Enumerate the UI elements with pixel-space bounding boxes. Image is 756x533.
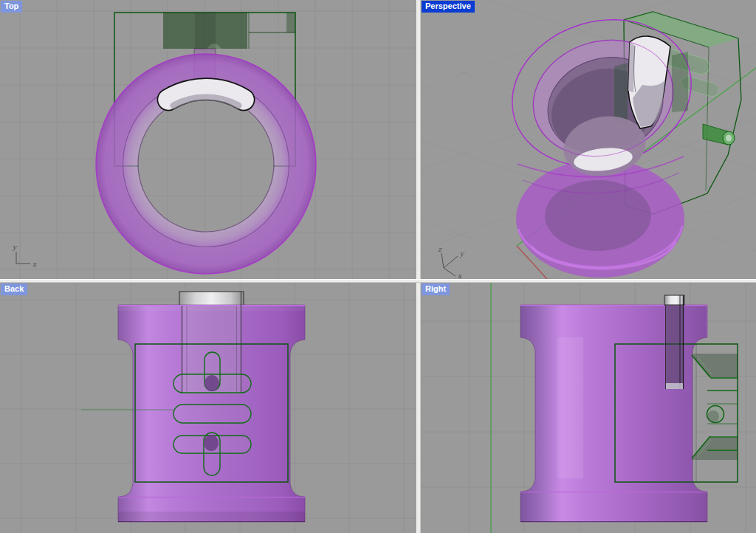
back-view-canvas (0, 283, 416, 533)
top-view-canvas: y x (0, 0, 416, 279)
viewport-splitter-horizontal[interactable] (0, 279, 756, 283)
svg-text:y: y (12, 244, 18, 251)
axis-gizmo: z y x (438, 246, 465, 279)
viewport-tab-top[interactable]: Top (1, 1, 22, 13)
viewport-tab-right[interactable]: Right (422, 283, 450, 295)
right-view-canvas (421, 283, 756, 533)
viewport-tab-back[interactable]: Back (1, 283, 27, 295)
svg-text:x: x (32, 261, 37, 268)
purple-spool[interactable] (495, 0, 709, 278)
axis-gizmo: y x (12, 244, 37, 268)
cad-4view-window: y x Top (0, 0, 756, 533)
viewport-top[interactable]: y x Top (0, 0, 416, 279)
viewport-back[interactable]: Back (0, 283, 416, 533)
white-insert[interactable] (168, 89, 244, 106)
viewport-perspective[interactable]: z y x Perspective (421, 0, 756, 279)
perspective-view-canvas: z y x (421, 0, 756, 279)
insert-rod[interactable] (664, 295, 684, 389)
viewport-tab-perspective[interactable]: Perspective (422, 1, 475, 13)
viewport-splitter-vertical[interactable] (416, 0, 421, 533)
svg-text:y: y (459, 250, 465, 258)
insert-extrusion-back[interactable] (179, 292, 244, 306)
svg-text:z: z (438, 246, 442, 253)
svg-text:x: x (458, 272, 462, 279)
viewport-right[interactable]: Right (421, 283, 756, 533)
